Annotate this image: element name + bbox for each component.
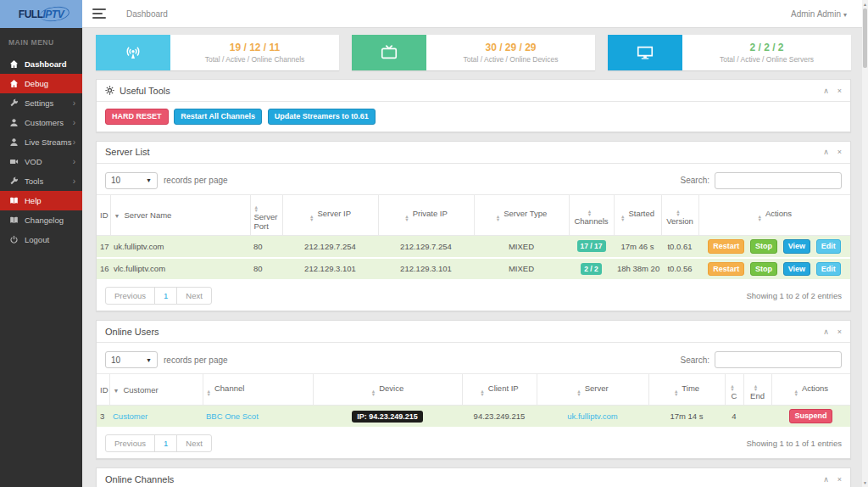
next-page-button[interactable]: Next [177,435,211,451]
column-header-id[interactable]: ID [97,194,110,235]
update-streamers-button[interactable]: Update Streamers to t0.61 [268,109,376,125]
close-icon[interactable]: × [837,327,842,336]
sidebar-item-debug[interactable]: Debug [0,74,82,93]
stat-card-devices[interactable]: 30 / 29 / 29 Total / Active / Online Dev… [352,35,595,70]
collapse-icon[interactable]: ∧ [823,148,829,156]
column-header-id[interactable]: ID [97,374,109,406]
column-header-server-ip[interactable]: Server IP [282,194,378,235]
edit-button[interactable]: Edit [816,239,841,254]
column-header-c[interactable]: C [725,374,743,406]
sidebar-item-tools[interactable]: Tools › [0,171,82,191]
logo-text-iptv: IPTV [42,8,64,20]
sidebar-item-dashboard[interactable]: Dashboard [0,54,82,74]
scroll-down-icon[interactable]: ▼ [862,480,868,485]
pagination: Previous 1 Next [105,434,212,452]
collapse-icon[interactable]: ∧ [823,327,829,336]
sort-icon [309,215,314,221]
sidebar-item-help[interactable]: Help [0,191,82,210]
channel-link[interactable]: BBC One Scot [206,411,259,421]
sidebar-item-changelog[interactable]: Changelog [0,210,82,230]
scroll-up-icon[interactable]: ▲ [862,2,868,7]
server-link[interactable]: uk.fulliptv.com [567,411,617,421]
stat-label: Total / Active / Online Servers [720,55,814,64]
previous-page-button[interactable]: Previous [106,288,154,304]
gear-icon [105,86,114,95]
sort-icon [404,215,409,221]
close-icon[interactable]: × [837,87,842,95]
column-header-server[interactable]: Server [537,374,648,406]
scrollbar-thumb[interactable] [863,8,867,68]
sort-desc-icon: ▼ [114,388,120,394]
collapse-icon[interactable]: ∧ [823,475,829,484]
channels-badge: 17 / 17 [577,240,606,252]
column-header-time[interactable]: Time [648,374,725,406]
online-users-table: ID ▼Customer Channel Device Client IP Se… [97,373,850,428]
power-icon [8,235,19,245]
next-page-button[interactable]: Next [177,288,211,304]
column-header-server-type[interactable]: Server Type [474,194,569,235]
stat-label: Total / Active / Online Channels [205,55,305,64]
column-header-server-port[interactable]: Server Port [250,194,282,235]
sidebar-item-logout[interactable]: Logout [0,230,82,249]
stat-value: 30 / 29 / 29 [485,42,536,53]
records-per-page-select[interactable]: 10 ▼ [105,172,158,189]
column-header-actions[interactable]: Actions [698,194,850,235]
table-row: 16 vlc.fulliptv.com 80 212.129.3.101 212… [97,258,850,281]
column-header-customer[interactable]: ▼Customer [109,374,203,406]
server-list-table: ID ▼Server Name Server Port Server IP Pr… [97,194,850,282]
column-header-channel[interactable]: Channel [203,374,313,406]
page-number-button[interactable]: 1 [154,435,177,451]
chevron-right-icon: › [73,176,75,186]
view-button[interactable]: View [783,239,810,254]
column-header-client-ip[interactable]: Client IP [462,374,537,406]
column-header-private-ip[interactable]: Private IP [378,194,474,235]
hard-reset-button[interactable]: HARD RESET [105,109,169,125]
sidebar-item-vod[interactable]: VOD › [0,152,82,171]
chevron-right-icon: › [73,118,75,127]
sort-icon [496,215,500,221]
page-number-button[interactable]: 1 [154,288,177,304]
sidebar-item-live-streams[interactable]: Live Streams › [0,132,82,152]
records-per-page-select[interactable]: 10 ▼ [105,351,158,368]
close-icon[interactable]: × [837,475,842,484]
stop-button[interactable]: Stop [750,239,777,254]
sort-icon [207,389,211,396]
stat-card-servers[interactable]: 2 / 2 / 2 Total / Active / Online Server… [608,35,851,70]
sidebar-toggle-button[interactable] [92,8,106,19]
column-header-server-name[interactable]: ▼Server Name [110,194,250,235]
chevron-down-icon: ▾ [843,11,847,19]
sort-icon [754,384,758,391]
user-menu[interactable]: Admin Admin▾ [791,9,847,19]
scrollbar[interactable]: ▲ ▼ [862,0,868,487]
restart-all-channels-button[interactable]: Restart All Channels [174,109,262,125]
restart-button[interactable]: Restart [708,239,744,254]
home-icon [8,79,19,89]
breadcrumb: Dashboard [126,9,168,19]
column-header-actions[interactable]: Actions [771,374,850,406]
book-icon [8,196,19,206]
sidebar-item-settings[interactable]: Settings › [0,93,82,113]
previous-page-button[interactable]: Previous [106,435,154,451]
collapse-icon[interactable]: ∧ [823,87,829,95]
sidebar-item-customers[interactable]: Customers › [0,113,82,132]
book-icon [8,216,19,226]
close-icon[interactable]: × [837,148,842,156]
search-input[interactable] [715,172,842,189]
column-header-end[interactable]: End [743,374,771,406]
search-input[interactable] [715,351,842,368]
suspend-button[interactable]: Suspend [789,409,832,423]
restart-button[interactable]: Restart [708,262,744,277]
view-button[interactable]: View [783,262,810,277]
column-header-started[interactable]: Started [614,194,661,235]
sidebar-section-label: MAIN MENU [0,28,82,54]
customer-link[interactable]: Customer [113,411,147,421]
search-label: Search: [681,355,709,365]
stop-button[interactable]: Stop [750,262,777,277]
stat-card-channels[interactable]: 19 / 12 / 11 Total / Active / Online Cha… [96,35,339,70]
column-header-channels[interactable]: Channels [569,194,614,235]
column-header-version[interactable]: Version [661,194,698,235]
app-logo[interactable]: FULLIPTV [0,0,82,28]
video-camera-icon [8,157,19,167]
column-header-device[interactable]: Device [313,374,462,406]
edit-button[interactable]: Edit [816,262,841,277]
